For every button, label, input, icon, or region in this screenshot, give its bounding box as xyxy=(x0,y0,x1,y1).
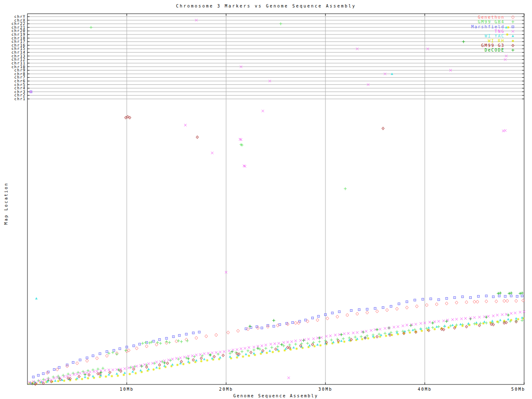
marker xyxy=(511,296,511,296)
marker xyxy=(186,334,187,334)
marker xyxy=(223,355,223,355)
marker xyxy=(279,22,282,25)
marker xyxy=(505,313,507,315)
marker xyxy=(506,299,509,303)
marker xyxy=(81,378,83,380)
marker xyxy=(438,299,439,300)
marker xyxy=(231,350,234,353)
marker xyxy=(384,327,386,330)
marker xyxy=(499,296,500,296)
marker xyxy=(519,311,521,313)
marker xyxy=(266,352,268,354)
marker xyxy=(516,321,516,322)
marker xyxy=(332,313,332,313)
marker xyxy=(261,110,264,112)
marker xyxy=(319,344,322,347)
marker xyxy=(300,345,301,346)
marker xyxy=(318,340,321,343)
marker xyxy=(70,378,70,379)
marker xyxy=(123,372,126,374)
marker xyxy=(340,340,342,342)
marker xyxy=(244,165,246,167)
marker xyxy=(135,347,138,350)
marker xyxy=(128,116,128,117)
marker xyxy=(460,318,463,320)
marker xyxy=(433,328,436,330)
marker xyxy=(193,360,193,360)
marker xyxy=(517,296,517,296)
marker xyxy=(405,306,408,309)
marker xyxy=(473,300,476,303)
marker xyxy=(179,335,180,335)
marker xyxy=(507,318,510,320)
marker xyxy=(294,321,297,325)
legend-item-genethon: Genethon xyxy=(432,15,520,20)
marker xyxy=(359,309,360,310)
marker xyxy=(89,371,91,373)
marker xyxy=(184,124,187,126)
marker xyxy=(113,350,114,350)
marker xyxy=(486,296,486,296)
marker xyxy=(409,331,411,334)
marker xyxy=(485,300,488,303)
marker xyxy=(443,329,444,330)
legend-item-gm99g3: GM99 G3 xyxy=(432,43,520,48)
marker xyxy=(431,326,434,329)
marker xyxy=(504,129,507,132)
marker xyxy=(386,308,389,312)
marker xyxy=(200,360,202,362)
marker xyxy=(239,354,239,354)
marker xyxy=(187,355,190,357)
legend-label-wirh: WI RH xyxy=(432,39,505,43)
marker xyxy=(271,351,274,353)
marker xyxy=(111,375,113,377)
marker xyxy=(253,346,255,348)
marker xyxy=(312,318,313,318)
legend-item-gm99gb4: GM99 GB4 xyxy=(432,20,520,24)
marker xyxy=(148,362,150,365)
marker xyxy=(84,373,86,376)
marker xyxy=(514,312,516,314)
legend-marker-gm99g3-icon xyxy=(505,43,520,48)
marker xyxy=(385,335,387,337)
marker xyxy=(66,375,69,377)
marker xyxy=(76,377,79,379)
marker xyxy=(320,336,323,339)
marker xyxy=(35,297,38,300)
marker xyxy=(483,320,485,323)
marker xyxy=(465,300,468,304)
marker xyxy=(176,364,179,366)
marker xyxy=(155,366,158,369)
marker xyxy=(318,316,319,316)
marker xyxy=(181,361,182,362)
marker xyxy=(491,324,491,324)
marker xyxy=(112,369,114,371)
marker xyxy=(279,324,280,325)
marker xyxy=(128,367,130,369)
marker xyxy=(229,355,232,358)
marker xyxy=(473,323,476,325)
marker xyxy=(365,337,365,338)
marker xyxy=(54,379,57,382)
marker xyxy=(343,332,345,335)
marker xyxy=(306,342,309,345)
y-axis-title: Map Location xyxy=(4,179,8,229)
marker xyxy=(107,351,107,352)
marker xyxy=(378,333,381,336)
marker xyxy=(393,326,395,328)
marker xyxy=(276,345,279,348)
marker xyxy=(236,356,238,359)
marker xyxy=(80,360,80,360)
marker xyxy=(455,318,458,320)
x-tick-label-40Mb: 40Mb xyxy=(418,387,432,392)
marker xyxy=(92,375,94,377)
marker xyxy=(343,340,345,343)
marker xyxy=(236,348,238,351)
legend-label-tng: TNG xyxy=(432,29,505,34)
marker xyxy=(396,307,399,310)
marker xyxy=(167,363,167,363)
marker xyxy=(87,377,89,379)
marker xyxy=(451,318,454,321)
legend-item-tng: TNG xyxy=(432,29,520,34)
marker xyxy=(153,368,155,371)
